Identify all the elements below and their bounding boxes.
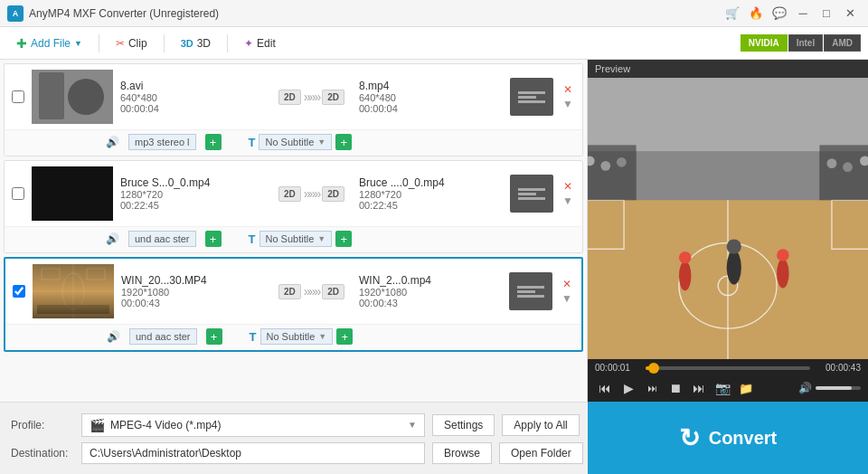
camera-capture-btn[interactable]: 📷 bbox=[712, 378, 732, 398]
file-checkbox-1[interactable] bbox=[12, 90, 24, 103]
toolbar: ✚ Add File ▼ ✂ Clip 3D 3D ✦ Edit NVIDIA … bbox=[0, 27, 868, 60]
file-name-in-1: 8.avi bbox=[120, 80, 264, 92]
file-dur-out-3: 00:00:43 bbox=[359, 298, 502, 308]
file-close-btn-1[interactable]: ✕ bbox=[561, 83, 575, 96]
file-name-in-3: WIN_20...30.MP4 bbox=[121, 274, 264, 287]
chat-icon-btn[interactable]: 💬 bbox=[769, 5, 790, 23]
file-res-in-2: 1280*720 bbox=[120, 189, 264, 200]
file-name-out-3: WIN_2...0.mp4 bbox=[359, 274, 502, 287]
progress-thumb[interactable] bbox=[648, 363, 659, 374]
amd-btn[interactable]: AMD bbox=[824, 34, 861, 52]
convert-button[interactable]: ↻ Convert bbox=[679, 423, 778, 453]
subtitle-select-3[interactable]: No Subtitle ▼ bbox=[260, 328, 334, 345]
codec-btn-2[interactable] bbox=[510, 175, 553, 213]
file-down-btn-3[interactable]: ▼ bbox=[560, 292, 574, 305]
subtitle-t-icon-1: T bbox=[249, 136, 256, 149]
apply-all-button[interactable]: Apply to All bbox=[502, 414, 579, 436]
subtitle-select-1[interactable]: No Subtitle ▼ bbox=[259, 134, 332, 150]
svg-point-19 bbox=[777, 259, 789, 288]
volume-track[interactable] bbox=[816, 386, 861, 390]
file-res-in-1: 640*480 bbox=[120, 92, 264, 103]
audio-add-btn-3[interactable]: + bbox=[206, 328, 222, 345]
subtitle-t-icon-2: T bbox=[249, 232, 256, 246]
nvidia-btn[interactable]: NVIDIA bbox=[741, 34, 788, 52]
volume-fill bbox=[816, 386, 852, 390]
dim-badge-in-1: 2D bbox=[278, 90, 301, 105]
svg-rect-23 bbox=[588, 151, 637, 200]
audio-select-3[interactable]: und aac ster bbox=[129, 328, 197, 345]
preview-video bbox=[588, 78, 868, 359]
skip-frame-btn[interactable]: ⏭ bbox=[642, 378, 662, 398]
intel-btn[interactable]: Intel bbox=[788, 34, 824, 52]
app-icon: A bbox=[7, 5, 24, 22]
progress-track[interactable] bbox=[646, 366, 810, 370]
play-btn[interactable]: ▶ bbox=[618, 378, 638, 398]
cart-icon-btn[interactable]: 🛒 bbox=[722, 5, 743, 23]
file-down-btn-1[interactable]: ▼ bbox=[561, 98, 575, 110]
clip-button[interactable]: ✂ Clip bbox=[107, 33, 156, 53]
svg-rect-8 bbox=[588, 78, 868, 151]
svg-point-31 bbox=[843, 162, 853, 172]
file-name-in-2: Bruce S...0_0.mp4 bbox=[120, 176, 264, 189]
convert-label: Convert bbox=[709, 428, 778, 449]
add-file-icon: ✚ bbox=[16, 36, 27, 51]
stop-btn[interactable]: ⏹ bbox=[665, 378, 685, 398]
edit-button[interactable]: ✦ Edit bbox=[235, 33, 285, 53]
file-res-in-3: 1920*1080 bbox=[121, 287, 264, 298]
title-bar: A AnyMP4 MXF Converter (Unregistered) 🛒 … bbox=[0, 0, 868, 27]
file-dur-in-1: 00:00:04 bbox=[120, 103, 264, 114]
dest-input[interactable] bbox=[81, 442, 425, 464]
profile-dropdown-icon: ▼ bbox=[408, 420, 417, 430]
file-list: 8.avi 640*480 00:00:04 2D »»» 2D 8.mp4 6… bbox=[0, 60, 588, 402]
bottom-bar: Profile: 🎬 MPEG-4 Video (*.mp4) ▼ Settin… bbox=[0, 402, 868, 474]
minimize-btn[interactable]: ─ bbox=[792, 5, 814, 23]
subtitle-add-btn-2[interactable]: + bbox=[335, 231, 352, 247]
file-close-btn-2[interactable]: ✕ bbox=[561, 180, 575, 193]
file-name-out-2: Bruce ....0_0.mp4 bbox=[359, 176, 503, 189]
subtitle-add-btn-3[interactable]: + bbox=[336, 328, 353, 345]
maximize-btn[interactable]: □ bbox=[816, 5, 837, 23]
settings-button[interactable]: Settings bbox=[432, 414, 495, 436]
preview-label: Preview bbox=[588, 60, 868, 78]
open-media-folder-btn[interactable]: 📁 bbox=[736, 378, 756, 398]
edit-icon: ✦ bbox=[244, 37, 253, 50]
file-checkbox-2[interactable] bbox=[12, 187, 24, 200]
codec-btn-3[interactable] bbox=[509, 272, 552, 310]
skip-back-btn[interactable]: ⏮ bbox=[595, 378, 615, 398]
convert-panel[interactable]: ↻ Convert bbox=[588, 402, 868, 474]
file-dur-out-1: 00:00:04 bbox=[359, 103, 503, 114]
file-item-3: WIN_20...30.MP4 1920*1080 00:00:43 2D »»… bbox=[4, 257, 583, 352]
browse-button[interactable]: Browse bbox=[432, 442, 492, 464]
subtitle-select-2[interactable]: No Subtitle ▼ bbox=[259, 231, 333, 247]
dest-label: Destination: bbox=[11, 447, 74, 460]
svg-point-22 bbox=[679, 251, 692, 264]
file-item-2: Bruce S...0_0.mp4 1280*720 00:22:45 2D »… bbox=[4, 160, 583, 253]
audio-icon-2: 🔊 bbox=[106, 232, 119, 245]
add-file-dropdown-icon: ▼ bbox=[74, 39, 82, 48]
arrows-icon-2: »»» bbox=[304, 186, 319, 201]
audio-select-2[interactable]: und aac ster bbox=[128, 231, 196, 247]
file-checkbox-3[interactable] bbox=[13, 285, 25, 298]
scissors-icon: ✂ bbox=[116, 37, 125, 50]
svg-point-2 bbox=[62, 273, 84, 309]
add-file-button[interactable]: ✚ Add File ▼ bbox=[7, 33, 91, 54]
profile-select[interactable]: 🎬 MPEG-4 Video (*.mp4) ▼ bbox=[81, 413, 425, 437]
dim-badge-out-1: 2D bbox=[322, 90, 344, 105]
file-res-out-1: 640*480 bbox=[359, 92, 503, 103]
audio-select-1[interactable]: mp3 stereo l bbox=[128, 134, 196, 150]
skip-end-btn[interactable]: ⏭ bbox=[689, 378, 709, 398]
open-folder-button[interactable]: Open Folder bbox=[499, 442, 583, 464]
dim-badge-out-2: 2D bbox=[322, 186, 344, 202]
arrows-icon-3: »»» bbox=[304, 284, 319, 299]
file-down-btn-2[interactable]: ▼ bbox=[561, 194, 575, 207]
audio-add-btn-1[interactable]: + bbox=[205, 134, 222, 150]
close-btn[interactable]: ✕ bbox=[839, 5, 861, 23]
flame-icon-btn[interactable]: 🔥 bbox=[745, 5, 767, 23]
3d-button[interactable]: 3D 3D bbox=[172, 33, 220, 53]
file-close-btn-3[interactable]: ✕ bbox=[560, 278, 574, 290]
3d-icon: 3D bbox=[181, 38, 193, 49]
codec-btn-1[interactable] bbox=[510, 78, 553, 116]
file-dur-in-3: 00:00:43 bbox=[121, 298, 264, 308]
audio-add-btn-2[interactable]: + bbox=[205, 231, 222, 247]
subtitle-add-btn-1[interactable]: + bbox=[335, 134, 352, 150]
